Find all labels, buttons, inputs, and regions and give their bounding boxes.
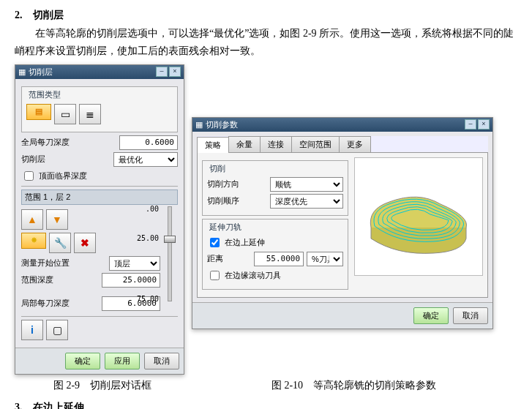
distance-input[interactable] — [254, 252, 304, 266]
apply-button[interactable]: 应用 — [105, 353, 140, 369]
tab-strategy[interactable]: 策略 — [197, 137, 229, 153]
cut-direction-label: 切削方向 — [207, 179, 267, 190]
tab-stock[interactable]: 余量 — [228, 136, 261, 152]
arrow-down-icon: ▼ — [52, 214, 62, 225]
add-below-button[interactable]: ▼ — [46, 209, 68, 230]
dialog-title: 切削参数 — [206, 119, 238, 130]
extend-on-edge-label: 在边上延伸 — [225, 237, 265, 248]
group-label: 范围类型 — [26, 89, 63, 100]
close-icon[interactable]: × — [169, 67, 181, 77]
arrow-up-icon: ▲ — [27, 214, 37, 225]
edit-range-button[interactable]: 🔧 — [49, 233, 71, 253]
wrench-icon: 🔧 — [54, 237, 67, 249]
measure-start-label: 测量开始位置 — [21, 258, 106, 269]
user-layer-icon: ≣ — [86, 108, 94, 120]
cut-level-dialog: ▦ 切削层 – × 范围类型 ▤ ▭ ≣ 全局每刀深度 切削层 — [15, 64, 184, 375]
range-type-group: 范围类型 ▤ ▭ ≣ — [21, 86, 178, 132]
star-icon: ✸ — [31, 236, 37, 245]
slider-top-label: .00 — [146, 205, 159, 213]
layers-icon: ▤ — [35, 107, 42, 116]
cut-direction-select[interactable]: 顺铣 — [270, 177, 343, 192]
cut-level-select[interactable]: 最优化 — [113, 152, 178, 167]
add-range-button[interactable]: ✸ — [21, 233, 46, 249]
figure-2-9-caption: 图 2-9 切削层对话框 — [15, 379, 190, 392]
delete-range-button[interactable]: ✖ — [74, 233, 96, 253]
single-layer-icon: ▭ — [61, 108, 70, 120]
tab-more[interactable]: 更多 — [339, 136, 371, 152]
minimize-icon[interactable]: – — [156, 67, 168, 77]
slider-mid-label: 25.00 — [137, 234, 159, 242]
ok-button[interactable]: 确定 — [413, 307, 449, 324]
roll-edge-checkbox[interactable] — [210, 271, 220, 280]
add-above-button[interactable]: ▲ — [21, 209, 43, 230]
paragraph-1: 在等高轮廓的切削层选项中，可以选择“最优化”选项，如图 2-9 所示。使用这一选… — [15, 25, 517, 60]
top-critical-label: 顶面临界深度 — [39, 170, 87, 181]
display-icon: ▢ — [53, 324, 62, 336]
figures-row: ▦ 切削层 – × 范围类型 ▤ ▭ ≣ 全局每刀深度 切削层 — [15, 64, 517, 375]
cut-level-label: 切削层 — [21, 154, 110, 165]
group-label: 延伸刀轨 — [207, 222, 244, 233]
display-button[interactable]: ▢ — [46, 320, 68, 340]
tab-space[interactable]: 空间范围 — [291, 136, 340, 152]
figure-2-10-caption: 图 2-10 等高轮廓铣的切削策略参数 — [190, 379, 517, 392]
tab-connect[interactable]: 连接 — [260, 136, 292, 152]
global-depth-input[interactable] — [119, 135, 178, 150]
ok-button[interactable]: 确定 — [65, 353, 100, 369]
grip-icon: ▦ — [18, 67, 26, 77]
close-icon[interactable]: × — [478, 119, 490, 130]
section-heading-2: 2. 切削层 — [15, 9, 517, 22]
cut-order-select[interactable]: 深度优先 — [270, 194, 343, 209]
range-depth-label: 范围深度 — [21, 274, 99, 285]
range-type-option-1[interactable]: ▤ — [26, 104, 51, 120]
group-label: 切削 — [207, 163, 228, 174]
distance-unit-select[interactable]: %刀具 — [307, 252, 343, 266]
range-depth-input[interactable] — [102, 273, 160, 288]
range-type-option-3[interactable]: ≣ — [79, 104, 101, 124]
roll-edge-label: 在边缘滚动刀具 — [225, 270, 281, 281]
cancel-button[interactable]: 取消 — [144, 353, 179, 369]
delete-icon: ✖ — [80, 237, 89, 249]
slider-bot-label: 75.00 — [137, 295, 159, 303]
distance-label: 距离 — [207, 253, 251, 264]
dialog-titlebar: ▦ 切削参数 – × — [192, 118, 492, 132]
global-depth-label: 全局每刀深度 — [21, 137, 116, 148]
range-type-option-2[interactable]: ▭ — [54, 104, 76, 124]
local-depth-label: 局部每刀深度 — [21, 298, 99, 309]
depth-slider[interactable]: .00 25.00 75.00 — [160, 206, 178, 301]
extend-group: 延伸刀轨 在边上延伸 距离 %刀具 在边缘滚动刀具 — [202, 219, 348, 290]
cut-group: 切削 切削方向 顺铣 切削顺序 深度优先 — [202, 160, 348, 216]
cancel-button[interactable]: 取消 — [453, 307, 488, 324]
minimize-icon[interactable]: – — [465, 119, 476, 130]
info-icon: i — [31, 324, 34, 336]
dialog-title: 切削层 — [29, 67, 53, 78]
cut-order-label: 切削顺序 — [207, 195, 267, 206]
extend-on-edge-checkbox[interactable] — [210, 238, 220, 247]
info-button[interactable]: i — [21, 320, 43, 340]
grip-icon: ▦ — [195, 120, 203, 130]
measure-start-select[interactable]: 顶层 — [109, 256, 160, 271]
toolpath-preview-icon — [360, 176, 477, 257]
range-section-title: 范围 1，层 2 — [21, 190, 178, 205]
cut-params-dialog: ▦ 切削参数 – × 策略 余量 连接 空间范围 更多 切削 切削方向 — [192, 117, 493, 329]
dialog-titlebar: ▦ 切削层 – × — [15, 65, 184, 79]
captions-row: 图 2-9 切削层对话框 图 2-10 等高轮廓铣的切削策略参数 — [15, 376, 517, 398]
preview-pane — [354, 157, 483, 276]
section-heading-3: 3. 在边上延伸 — [15, 401, 517, 409]
tabs-bar: 策略 余量 连接 空间范围 更多 — [197, 136, 488, 153]
top-critical-checkbox[interactable] — [24, 171, 34, 181]
